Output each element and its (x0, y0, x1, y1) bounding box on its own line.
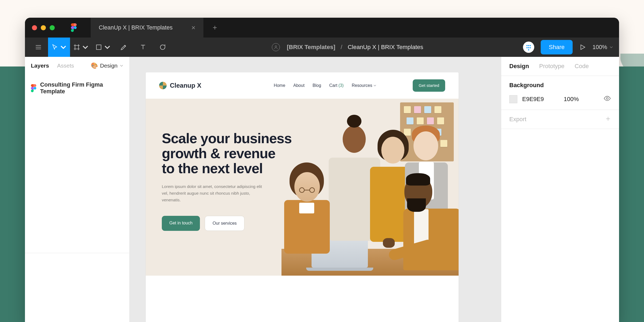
hero: Scale your business growth & revenue to … (146, 99, 459, 276)
right-panel: Design Prototype Code Background E9E9E9 … (501, 57, 619, 322)
tab-code[interactable]: Code (575, 63, 589, 70)
glasses-icon (298, 187, 316, 193)
page-selector[interactable]: 🎨 Design (91, 62, 123, 69)
user-avatar[interactable] (523, 42, 534, 53)
comment-tool[interactable] (153, 38, 172, 57)
crumb-team[interactable]: [BRIX Templates] (287, 44, 335, 51)
cart-count: (3) (338, 83, 344, 88)
site-nav: Home About Blog Cart (3) Resources (274, 83, 376, 88)
palette-icon: 🎨 (91, 62, 98, 69)
minimize-window-icon[interactable] (41, 25, 46, 30)
svg-point-12 (310, 188, 314, 193)
left-panel: Layers Assets 🎨 Design Consulting Firm F… (25, 57, 130, 322)
share-button[interactable]: Share (541, 40, 573, 54)
person-seated (399, 168, 459, 270)
add-export-icon[interactable] (605, 116, 611, 123)
export-section: Export (501, 110, 619, 129)
document-tab[interactable]: CleanUp X | BRIX Templates × (91, 18, 203, 38)
tab-prototype[interactable]: Prototype (539, 63, 564, 70)
main-menu-icon[interactable] (29, 38, 48, 57)
svg-point-6 (526, 47, 528, 48)
chevron-down-icon (373, 84, 376, 87)
nav-about[interactable]: About (293, 83, 305, 88)
pen-tool[interactable] (114, 38, 133, 57)
close-window-icon[interactable] (32, 25, 37, 30)
hero-image (281, 99, 459, 276)
breadcrumb: [BRIX Templates] / CleanUp X | BRIX Temp… (172, 43, 523, 51)
text-tool[interactable] (133, 38, 153, 57)
svg-point-11 (299, 188, 304, 193)
get-started-button[interactable]: Get started (413, 79, 445, 92)
figma-logo-icon[interactable] (71, 23, 77, 32)
figma-file-icon (31, 84, 36, 92)
zoom-value: 100% (592, 44, 607, 51)
tab-design[interactable]: Design (509, 63, 529, 70)
nav-blog[interactable]: Blog (313, 83, 321, 88)
nav-resources[interactable]: Resources (352, 83, 376, 88)
export-label: Export (509, 116, 526, 123)
svg-rect-1 (96, 45, 101, 49)
background-section: Background E9E9E9 100% (501, 76, 619, 110)
nav-cart[interactable]: Cart (3) (329, 83, 344, 88)
svg-point-0 (74, 26, 77, 29)
site-header: Cleanup X Home About Blog Cart (3) Resou… (146, 72, 459, 99)
logo-mark-icon (159, 82, 167, 89)
move-tool[interactable] (48, 38, 70, 57)
svg-point-8 (530, 47, 531, 48)
hero-paragraph: Lorem ipsum dolor sit amet, consectetur … (162, 183, 269, 203)
zoom-level[interactable]: 100% (592, 44, 613, 51)
tab-bar: CleanUp X | BRIX Templates × + (25, 18, 619, 38)
design-frame[interactable]: Cleanup X Home About Blog Cart (3) Resou… (146, 72, 459, 322)
left-panel-footer (25, 253, 129, 322)
svg-point-4 (528, 45, 529, 46)
layer-label: Consulting Firm Figma Template (40, 82, 123, 95)
tab-layers[interactable]: Layers (31, 62, 49, 69)
svg-point-10 (34, 87, 36, 90)
color-swatch[interactable] (509, 95, 517, 103)
color-hex[interactable]: E9E9E9 (522, 96, 544, 103)
tab-title: CleanUp X | BRIX Templates (99, 24, 173, 31)
hero-copy: Scale your business growth & revenue to … (146, 99, 302, 276)
svg-point-13 (606, 98, 608, 99)
person-orange-blazer (283, 157, 331, 254)
present-icon[interactable] (579, 38, 586, 57)
page-name: Design (100, 62, 118, 69)
site-logo[interactable]: Cleanup X (159, 82, 201, 89)
svg-point-5 (530, 45, 531, 46)
nav-home[interactable]: Home (274, 83, 285, 88)
color-opacity[interactable]: 100% (564, 96, 579, 103)
background-label: Background (509, 82, 611, 89)
decorative-leaf (620, 54, 644, 118)
canvas[interactable]: Cleanup X Home About Blog Cart (3) Resou… (130, 57, 501, 322)
svg-point-7 (528, 47, 529, 48)
get-in-touch-button[interactable]: Get in touch (162, 216, 200, 231)
svg-point-3 (526, 45, 528, 46)
svg-point-9 (528, 49, 529, 50)
figma-window: CleanUp X | BRIX Templates × + (25, 18, 619, 322)
crumb-file[interactable]: CleanUp X | BRIX Templates (348, 44, 423, 51)
our-services-button[interactable]: Our services (205, 216, 244, 231)
svg-point-2 (275, 46, 277, 47)
hero-heading: Scale your business growth & revenue to … (162, 131, 302, 176)
visibility-toggle-icon[interactable] (603, 95, 611, 104)
logo-text: Cleanup X (170, 82, 201, 89)
tab-close-icon[interactable]: × (191, 24, 195, 31)
shape-tool[interactable] (92, 38, 114, 57)
layer-item[interactable]: Consulting Firm Figma Template (25, 78, 129, 98)
window-controls[interactable] (32, 25, 55, 30)
team-avatar-icon[interactable] (272, 43, 280, 51)
maximize-window-icon[interactable] (50, 25, 55, 30)
new-tab-icon[interactable]: + (213, 23, 217, 32)
toolbar: [BRIX Templates] / CleanUp X | BRIX Temp… (25, 38, 619, 57)
tab-assets[interactable]: Assets (57, 62, 74, 69)
frame-tool[interactable] (70, 38, 92, 57)
crumb-separator: / (341, 44, 342, 51)
